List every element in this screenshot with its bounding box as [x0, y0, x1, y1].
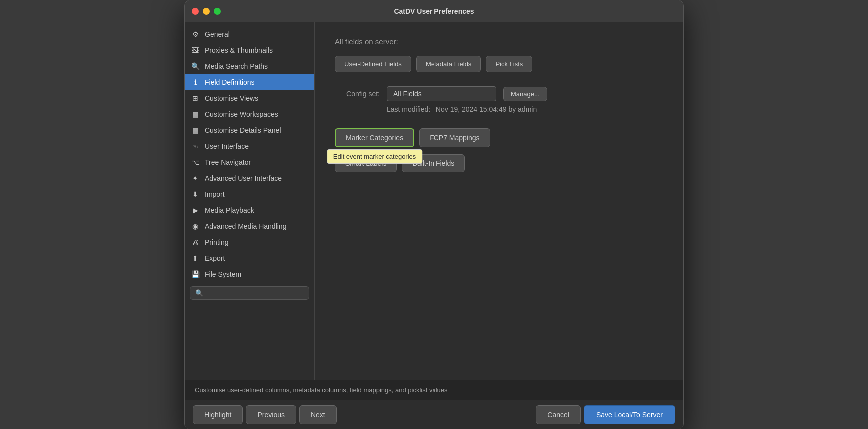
- sidebar-label-tree-navigator: Tree Navigator: [205, 158, 251, 166]
- sidebar-label-customise-workspaces: Customise Workspaces: [205, 110, 278, 118]
- right-panel: All fields on server: User-Defined Field…: [315, 22, 683, 380]
- main-area: ⚙ General 🖼 Proxies & Thumbnails 🔍 Media…: [185, 22, 683, 380]
- sidebar-item-media-search[interactable]: 🔍 Media Search Paths: [185, 58, 314, 74]
- minimize-button[interactable]: [203, 8, 210, 15]
- config-set-value: All Fields: [387, 86, 496, 102]
- pick-lists-button[interactable]: Pick Lists: [486, 56, 532, 72]
- save-button[interactable]: Save Local/To Server: [584, 406, 675, 424]
- next-button[interactable]: Next: [299, 406, 337, 424]
- sidebar-label-general: General: [205, 30, 230, 38]
- sidebar-item-customise-details[interactable]: ▤ Customise Details Panel: [185, 122, 314, 138]
- config-set-label: Config set:: [335, 90, 380, 98]
- sidebar-item-tree-navigator[interactable]: ⌥ Tree Navigator: [185, 154, 314, 170]
- sidebar-label-proxies: Proxies & Thumbnails: [205, 46, 273, 54]
- smart-labels-button[interactable]: Smart Labels: [335, 154, 397, 172]
- play-icon: ▶: [191, 206, 200, 215]
- marker-categories-button[interactable]: Marker Categories Edit event marker cate…: [335, 128, 414, 148]
- titlebar: CatDV User Preferences: [185, 0, 683, 22]
- fcp7-mappings-button[interactable]: FCP7 Mappings: [419, 128, 490, 148]
- config-set-row: Config set: All Fields Manage...: [335, 86, 663, 102]
- image-icon: 🖼: [191, 46, 200, 55]
- media-icon: ◉: [191, 222, 200, 231]
- sidebar-item-general[interactable]: ⚙ General: [185, 26, 314, 42]
- sidebar-item-customise-workspaces[interactable]: ▦ Customise Workspaces: [185, 106, 314, 122]
- sidebar-label-file-system: File System: [205, 270, 241, 278]
- info-icon: ℹ: [191, 78, 200, 87]
- sidebar-label-customise-details: Customise Details Panel: [205, 126, 281, 134]
- export-icon: ⬆: [191, 254, 200, 263]
- sidebar-item-advanced-media[interactable]: ◉ Advanced Media Handling: [185, 218, 314, 234]
- close-button[interactable]: [192, 8, 199, 15]
- sidebar-label-import: Import: [205, 190, 225, 198]
- last-modified-value: Nov 19, 2024 15:04:49 by admin: [436, 106, 537, 114]
- action-button-group-row2: Smart Labels Built-In Fields: [335, 154, 663, 172]
- description-text: Customise user-defined columns, metadata…: [195, 386, 448, 394]
- sidebar-item-proxies[interactable]: 🖼 Proxies & Thumbnails: [185, 42, 314, 58]
- footer: Highlight Previous Next Cancel Save Loca…: [185, 400, 683, 429]
- sidebar-search-input[interactable]: [190, 286, 309, 300]
- user-defined-fields-button[interactable]: User-Defined Fields: [335, 56, 411, 72]
- sidebar-label-media-playback: Media Playback: [205, 206, 254, 214]
- import-icon: ⬇: [191, 190, 200, 199]
- sidebar-label-media-search: Media Search Paths: [205, 62, 268, 70]
- tab-button-group: User-Defined Fields Metadata Fields Pick…: [335, 56, 663, 72]
- print-icon: 🖨: [191, 238, 200, 247]
- description-bar: Customise user-defined columns, metadata…: [185, 380, 683, 400]
- sidebar: ⚙ General 🖼 Proxies & Thumbnails 🔍 Media…: [185, 22, 315, 380]
- section-title: All fields on server:: [335, 38, 663, 46]
- preferences-window: CatDV User Preferences ⚙ General 🖼 Proxi…: [184, 0, 684, 429]
- sidebar-item-file-system[interactable]: 💾 File System: [185, 266, 314, 282]
- metadata-fields-button[interactable]: Metadata Fields: [416, 56, 481, 72]
- sidebar-item-export[interactable]: ⬆ Export: [185, 250, 314, 266]
- sidebar-item-customise-views[interactable]: ⊞ Customise Views: [185, 90, 314, 106]
- window-title: CatDV User Preferences: [394, 8, 474, 16]
- last-modified: Last modified: Nov 19, 2024 15:04:49 by …: [387, 106, 663, 114]
- sidebar-label-printing: Printing: [205, 238, 228, 246]
- advanced-ui-icon: ✦: [191, 174, 200, 183]
- details-icon: ▤: [191, 126, 200, 135]
- sidebar-label-customise-views: Customise Views: [205, 94, 258, 102]
- workspace-icon: ▦: [191, 110, 200, 119]
- highlight-button[interactable]: Highlight: [193, 406, 243, 424]
- last-modified-label: Last modified:: [387, 106, 430, 114]
- sidebar-label-advanced-media: Advanced Media Handling: [205, 222, 286, 230]
- sidebar-item-field-definitions[interactable]: ℹ Field Definitions: [185, 74, 314, 90]
- tree-icon: ⌥: [191, 158, 200, 167]
- filesystem-icon: 💾: [191, 270, 200, 279]
- manage-button[interactable]: Manage...: [503, 87, 547, 102]
- search-icon: 🔍: [191, 62, 200, 71]
- traffic-lights: [192, 8, 221, 15]
- action-button-group: Marker Categories Edit event marker cate…: [335, 128, 663, 148]
- ui-icon: ☜: [191, 142, 200, 151]
- sidebar-item-media-playback[interactable]: ▶ Media Playback: [185, 202, 314, 218]
- previous-button[interactable]: Previous: [246, 406, 296, 424]
- sidebar-label-field-definitions: Field Definitions: [205, 78, 255, 86]
- sidebar-item-user-interface[interactable]: ☜ User Interface: [185, 138, 314, 154]
- sidebar-label-user-interface: User Interface: [205, 142, 249, 150]
- gear-icon: ⚙: [191, 30, 200, 39]
- maximize-button[interactable]: [214, 8, 221, 15]
- grid-icon: ⊞: [191, 94, 200, 103]
- window-content: ⚙ General 🖼 Proxies & Thumbnails 🔍 Media…: [185, 22, 683, 429]
- sidebar-item-import[interactable]: ⬇ Import: [185, 186, 314, 202]
- built-in-fields-button[interactable]: Built-In Fields: [402, 154, 465, 172]
- sidebar-item-advanced-ui[interactable]: ✦ Advanced User Interface: [185, 170, 314, 186]
- sidebar-label-advanced-ui: Advanced User Interface: [205, 174, 282, 182]
- cancel-button[interactable]: Cancel: [536, 406, 581, 424]
- sidebar-label-export: Export: [205, 254, 225, 262]
- sidebar-item-printing[interactable]: 🖨 Printing: [185, 234, 314, 250]
